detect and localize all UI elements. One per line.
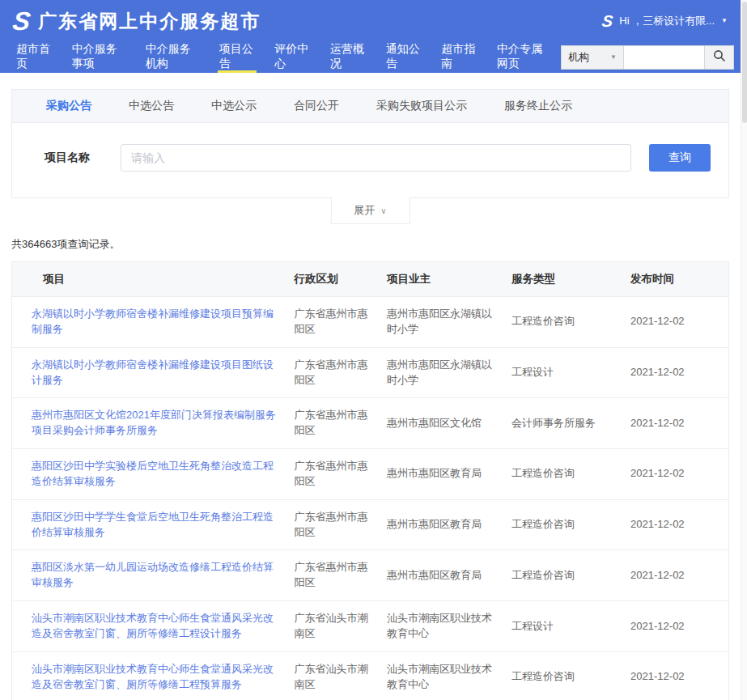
- owner-cell: 惠州市惠阳区永湖镇以时小学: [387, 297, 511, 348]
- owner-cell: 惠州市惠阳区教育局: [387, 499, 511, 550]
- nav-item-agency-pages[interactable]: 中介专属网页: [495, 42, 553, 73]
- project-name-label: 项目名称: [45, 151, 121, 165]
- project-link[interactable]: 永湖镇以时小学教师宿舍楼补漏维修建设项目预算编制服务: [32, 308, 274, 335]
- region-cell: 广东省惠州市惠阳区: [295, 398, 387, 449]
- expand-label: 展开: [354, 203, 375, 218]
- region-cell: 广东省惠州市惠阳区: [295, 449, 387, 500]
- search-category-value: 机构: [568, 50, 589, 65]
- service-type-cell: 工程造价咨询: [511, 297, 630, 348]
- region-cell: 广东省汕头市潮南区: [295, 601, 387, 652]
- date-cell: 2021-12-02: [630, 651, 728, 700]
- col-publish-date: 发布时间: [630, 262, 728, 297]
- project-link[interactable]: 永湖镇以时小学教师宿舍楼补漏维修建设项目图纸设计服务: [32, 358, 274, 386]
- tab-contract-disclosure[interactable]: 合同公开: [294, 99, 339, 113]
- service-type-cell: 工程设计: [511, 601, 630, 652]
- page-root: S 广东省网上中介服务超市 S Hi ，三桥设计有限... ▼ 超市首页 中介服…: [0, 0, 741, 700]
- table-row: 汕头市潮南区职业技术教育中心师生食堂通风采光改造及宿舍教室门窗、厕所等修缮工程设…: [12, 601, 729, 652]
- nav-item-evaluation-center[interactable]: 评价中心: [273, 42, 312, 73]
- nav-item-project-announcements[interactable]: 项目公告: [218, 42, 257, 73]
- region-cell: 广东省惠州市惠阳区: [295, 499, 387, 550]
- service-type-cell: 工程造价咨询: [511, 499, 630, 550]
- date-cell: 2021-12-02: [630, 550, 728, 601]
- table-row: 惠阳区淡水第一幼儿园运动场改造修缮工程造价结算审核服务 广东省惠州市惠阳区 惠州…: [12, 550, 729, 601]
- search-category-select[interactable]: 机构 ▼: [561, 45, 624, 70]
- project-link[interactable]: 汕头市潮南区职业技术教育中心师生食堂通风采光改造及宿舍教室门窗、厕所等修缮工程设…: [32, 612, 274, 639]
- region-cell: 广东省惠州市惠阳区: [295, 297, 387, 348]
- region-cell: 广东省汕头市潮南区: [295, 651, 387, 700]
- nav-item-operation-overview[interactable]: 运营概况: [329, 42, 368, 73]
- scrollbar-thumb[interactable]: [742, 2, 747, 123]
- owner-cell: 惠州市惠阳区文化馆: [387, 398, 511, 449]
- expand-toggle[interactable]: 展开 ∨: [330, 197, 410, 224]
- tab-procurement-announcement[interactable]: 采购公告: [46, 99, 91, 113]
- owner-cell: 惠州市惠阳区永湖镇以时小学: [387, 347, 511, 398]
- col-service-type: 服务类型: [511, 262, 630, 297]
- service-type-cell: 会计师事务所服务: [511, 398, 630, 449]
- table-row: 惠州市惠阳区文化馆2021年度部门决算报表编制服务项目采购会计师事务所服务 广东…: [12, 398, 729, 449]
- owner-cell: 汕头市潮南区职业技术教育中心: [387, 601, 511, 652]
- filter-panel: 采购公告 中选公告 中选公示 合同公开 采购失败项目公示 服务终止公示 项目名称…: [11, 89, 729, 198]
- announcement-tabs: 采购公告 中选公告 中选公示 合同公开 采购失败项目公示 服务终止公示: [12, 90, 728, 123]
- project-link[interactable]: 汕头市潮南区职业技术教育中心师生食堂通风采光改造及宿舍教室门窗、厕所等修缮工程预…: [32, 663, 274, 690]
- service-type-cell: 工程设计: [511, 347, 630, 398]
- results-table: 项目 行政区划 项目业主 服务类型 发布时间 永湖镇以时小学教师宿舍楼补漏维修建…: [11, 261, 729, 700]
- tab-service-termination[interactable]: 服务终止公示: [504, 99, 572, 113]
- user-logo-icon: S: [601, 13, 614, 29]
- results-summary: 共364663项查询记录。: [11, 237, 729, 252]
- tab-selection-publicity[interactable]: 中选公示: [211, 99, 257, 113]
- service-type-cell: 工程造价咨询: [511, 550, 630, 601]
- vertical-scrollbar[interactable]: [741, 0, 747, 700]
- service-type-cell: 工程造价咨询: [511, 449, 630, 500]
- nav-search: 机构 ▼: [561, 42, 734, 73]
- region-cell: 广东省惠州市惠阳区: [295, 550, 387, 601]
- table-header-row: 项目 行政区划 项目业主 服务类型 发布时间: [12, 262, 729, 297]
- date-cell: 2021-12-02: [630, 499, 728, 550]
- nav-item-notices[interactable]: 通知公告: [384, 42, 424, 73]
- nav-item-agencies[interactable]: 中介服务机构: [144, 42, 202, 73]
- owner-cell: 惠州市惠阳区教育局: [387, 550, 511, 601]
- col-project: 项目: [12, 262, 295, 297]
- table-row: 汕头市潮南区职业技术教育中心师生食堂通风采光改造及宿舍教室门窗、厕所等修缮工程预…: [12, 651, 729, 700]
- date-cell: 2021-12-02: [630, 297, 728, 348]
- results-table-wrap: 项目 行政区划 项目业主 服务类型 发布时间 永湖镇以时小学教师宿舍楼补漏维修建…: [11, 261, 729, 700]
- nav-search-input[interactable]: [624, 45, 705, 70]
- nav-item-guide[interactable]: 超市指南: [439, 42, 479, 73]
- project-name-input[interactable]: [121, 144, 631, 172]
- chevron-down-icon: ∨: [380, 206, 386, 215]
- table-row: 惠阳区沙田中学学生食堂后空地卫生死角整治工程造价结算审核服务 广东省惠州市惠阳区…: [12, 499, 729, 550]
- col-region: 行政区划: [295, 262, 387, 297]
- col-owner: 项目业主: [387, 262, 511, 297]
- search-icon: [713, 49, 726, 66]
- date-cell: 2021-12-02: [630, 398, 728, 449]
- chevron-down-icon: ▼: [610, 54, 617, 61]
- owner-cell: 汕头市潮南区职业技术教育中心: [387, 651, 511, 700]
- service-type-cell: 工程造价咨询: [511, 651, 630, 700]
- tab-failed-procurement[interactable]: 采购失败项目公示: [376, 99, 467, 113]
- date-cell: 2021-12-02: [630, 601, 728, 652]
- site-logo-icon: S: [11, 8, 32, 34]
- region-cell: 广东省惠州市惠阳区: [295, 347, 387, 398]
- owner-cell: 惠州市惠阳区教育局: [387, 449, 511, 500]
- project-link[interactable]: 惠阳区沙田中学学生食堂后空地卫生死角整治工程造价结算审核服务: [32, 511, 274, 538]
- tab-selection-announcement[interactable]: 中选公告: [129, 99, 174, 113]
- header: S 广东省网上中介服务超市 S Hi ，三桥设计有限... ▼ 超市首页 中介服…: [0, 0, 741, 73]
- chevron-down-icon: ▼: [721, 18, 728, 24]
- date-cell: 2021-12-02: [630, 449, 728, 500]
- table-row: 永湖镇以时小学教师宿舍楼补漏维修建设项目预算编制服务 广东省惠州市惠阳区 惠州市…: [12, 297, 729, 348]
- user-menu[interactable]: S Hi ，三桥设计有限... ▼: [602, 13, 728, 29]
- topbar: S 广东省网上中介服务超市 S Hi ，三桥设计有限... ▼: [0, 0, 741, 42]
- nav-item-home[interactable]: 超市首页: [15, 42, 54, 73]
- table-row: 永湖镇以时小学教师宿舍楼补漏维修建设项目图纸设计服务 广东省惠州市惠阳区 惠州市…: [12, 347, 729, 398]
- project-link[interactable]: 惠州市惠阳区文化馆2021年度部门决算报表编制服务项目采购会计师事务所服务: [32, 409, 276, 436]
- site-title: 广东省网上中介服务超市: [38, 9, 261, 34]
- user-greeting: Hi ，三桥设计有限...: [619, 14, 715, 28]
- main-nav: 超市首页 中介服务事项 中介服务机构 项目公告 评价中心 运营概况 通知公告 超…: [0, 42, 741, 73]
- nav-search-button[interactable]: [705, 45, 734, 70]
- project-link[interactable]: 惠阳区淡水第一幼儿园运动场改造修缮工程造价结算审核服务: [32, 561, 274, 588]
- nav-item-service-matters[interactable]: 中介服务事项: [70, 42, 128, 73]
- date-cell: 2021-12-02: [630, 347, 728, 398]
- table-row: 惠阳区沙田中学实验楼后空地卫生死角整治改造工程造价结算审核服务 广东省惠州市惠阳…: [12, 449, 729, 500]
- project-link[interactable]: 惠阳区沙田中学实验楼后空地卫生死角整治改造工程造价结算审核服务: [32, 460, 274, 487]
- filter-row: 项目名称 查询: [12, 123, 728, 197]
- query-button[interactable]: 查询: [649, 144, 711, 172]
